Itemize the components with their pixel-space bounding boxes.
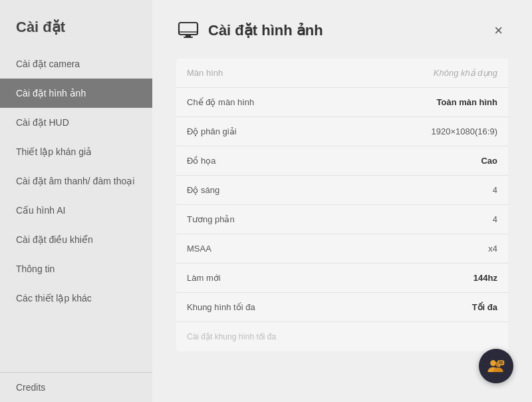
table-row: MSAA x4: [176, 234, 508, 264]
row-label-do-phan-giai: Độ phân giải: [187, 126, 432, 136]
row-value-do-sang: 4: [493, 185, 497, 195]
page-title: Cài đặt hình ảnh: [208, 22, 323, 39]
row-value-do-phan-giai: 1920×1080(16:9): [432, 126, 497, 136]
sidebar-item-khan-gia[interactable]: Thiết lập khán giả: [0, 137, 152, 166]
row-value-khung-hinh: Tối đa: [472, 302, 497, 312]
table-row: Màn hình Không khả dụng: [176, 59, 508, 88]
table-row: Chế độ màn hình Toàn màn hình: [176, 88, 508, 117]
close-button[interactable]: ×: [489, 21, 508, 41]
sidebar: Cài đặt Cài đặt camera Cài đặt hình ảnh …: [0, 0, 152, 402]
row-value-che-do: Toàn màn hình: [437, 97, 497, 107]
settings-table: Màn hình Không khả dụng Chế độ màn hình …: [176, 59, 508, 351]
fab-button[interactable]: [479, 349, 513, 383]
sidebar-item-thong-tin[interactable]: Thông tin: [0, 254, 152, 284]
row-label-msaa: MSAA: [187, 244, 488, 254]
row-value-tuong-phan: 4: [493, 214, 497, 224]
row-label-do-hoa: Đồ họa: [187, 156, 481, 166]
row-value-msaa: x4: [488, 244, 497, 254]
row-label-do-sang: Độ sáng: [187, 185, 493, 195]
row-value-do-hoa: Cao: [481, 156, 497, 166]
table-row: Tương phản 4: [176, 205, 508, 234]
svg-rect-2: [184, 37, 193, 38]
sidebar-item-hinh-anh[interactable]: Cài đặt hình ảnh: [0, 79, 152, 108]
svg-rect-1: [186, 35, 191, 37]
sidebar-title: Cài đặt: [0, 0, 152, 49]
sidebar-item-camera[interactable]: Cài đặt camera: [0, 49, 152, 79]
sidebar-item-credits[interactable]: Credits: [0, 372, 152, 402]
table-row: Cài đặt khung hình tối đa: [176, 322, 508, 351]
svg-rect-6: [497, 360, 505, 365]
main-title-group: Cài đặt hình ảnh: [176, 19, 323, 43]
table-row: Độ phân giải 1920×1080(16:9): [176, 117, 508, 146]
row-label-che-do: Chế độ màn hình: [187, 97, 437, 107]
table-row: Khung hình tối đa Tối đa: [176, 293, 508, 322]
row-label-khung-hinh: Khung hình tối đa: [187, 302, 472, 312]
row-label-tuong-phan: Tương phản: [187, 214, 493, 224]
sidebar-item-am-thanh[interactable]: Cài đặt âm thanh/ đàm thoại: [0, 166, 152, 196]
sidebar-item-khac[interactable]: Các thiết lập khác: [0, 284, 152, 313]
svg-point-4: [490, 360, 496, 366]
table-row: Đồ họa Cao: [176, 146, 508, 176]
table-row: Làm mới 144hz: [176, 264, 508, 293]
sidebar-item-hud[interactable]: Cài đặt HUD: [0, 108, 152, 137]
sidebar-item-ai[interactable]: Cấu hình AI: [0, 196, 152, 225]
svg-rect-0: [179, 23, 198, 35]
main-content: Cài đặt hình ảnh × Màn hình Không khả dụ…: [152, 0, 532, 402]
row-value-man-hinh: Không khả dụng: [434, 68, 497, 78]
row-label-cai-dat-khung: Cài đặt khung hình tối đa: [187, 332, 497, 341]
row-label-man-hinh: Màn hình: [187, 68, 434, 78]
display-icon: [176, 19, 200, 43]
main-header: Cài đặt hình ảnh ×: [176, 19, 508, 43]
row-value-lam-moi: 144hz: [473, 273, 497, 283]
row-label-lam-moi: Làm mới: [187, 273, 473, 283]
sidebar-item-dieu-khien[interactable]: Cài đặt điều khiển: [0, 225, 152, 254]
table-row: Độ sáng 4: [176, 176, 508, 205]
